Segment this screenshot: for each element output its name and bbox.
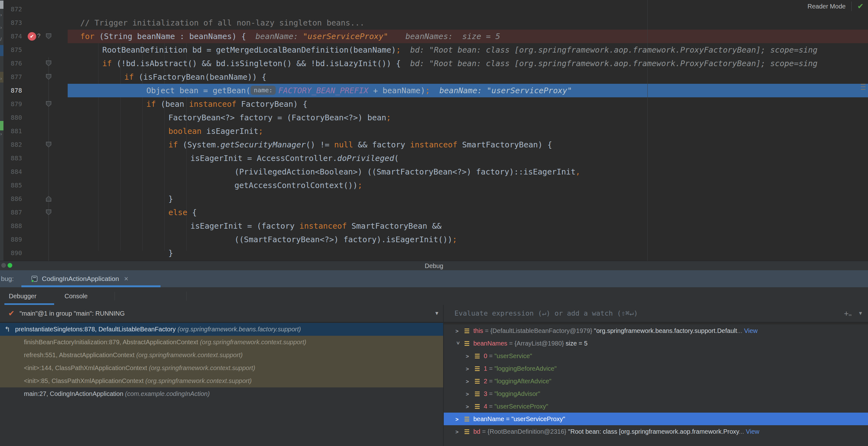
code-line-889[interactable]: 889((SmartFactoryBean<?>) factory).isEag… (0, 233, 868, 246)
breakpoint-icon[interactable]: ✔ (28, 32, 36, 41)
chevron-collapsed-icon[interactable]: > (466, 388, 471, 400)
fold-marker[interactable] (46, 209, 51, 215)
stack-frame-row[interactable]: finishBeanFactoryInitialization:879, Abs… (0, 336, 443, 349)
chevron-expanded-icon[interactable]: > (452, 341, 464, 347)
code-segment: getAccessControlContext()) (235, 181, 358, 190)
variable-icon (465, 417, 469, 421)
code-line-876[interactable]: 876if (!bd.isAbstract() && bd.isSingleto… (0, 57, 868, 70)
scrollbar-thumb[interactable] (861, 84, 866, 91)
frame-text: preInstantiateSingletons:878, DefaultLis… (15, 323, 301, 336)
fold-marker[interactable] (46, 74, 51, 80)
code-segment: ; (452, 235, 457, 244)
code-text: isEagerInit = AccessController.doPrivile… (190, 151, 399, 165)
code-text: Object bean = getBean(name:FACTORY_BEAN_… (146, 84, 572, 97)
reader-mode-widget[interactable]: Reader Mode ✔ (808, 0, 864, 12)
fold-marker[interactable] (46, 33, 51, 39)
stack-frame-row[interactable]: ↰preInstantiateSingletons:878, DefaultLi… (0, 323, 443, 336)
variable-text: = (487, 365, 494, 372)
code-editor[interactable]: 872873// Trigger initialization of all n… (0, 0, 868, 261)
code-segment: if (146, 99, 156, 109)
chevron-collapsed-icon[interactable]: > (456, 325, 460, 337)
chevron-collapsed-icon[interactable]: > (466, 363, 471, 375)
session-tab[interactable]: CodingInActionApplication × (22, 270, 160, 287)
code-segment: // Trigger initialization of all non-laz… (80, 18, 365, 27)
code-line-879[interactable]: 879if (bean instanceof FactoryBean) { (0, 97, 868, 111)
chevron-collapsed-icon[interactable]: > (456, 426, 460, 438)
code-line-886[interactable]: 886} (0, 192, 868, 206)
code-line-874[interactable]: 874✔?for (String beanName : beanNames) {… (0, 30, 868, 43)
code-segment: SmartFactoryBean) { (457, 140, 552, 149)
variable-row[interactable]: >0 = "userService" (444, 350, 868, 362)
variable-row[interactable]: >this = {DefaultListableBeanFactory@1979… (444, 324, 868, 337)
variable-row[interactable]: >bd = {RootBeanDefinition@2316} "Root be… (444, 425, 868, 438)
code-segment: doPrivileged (337, 154, 394, 163)
code-line-878[interactable]: 878Object bean = getBean(name:FACTORY_BE… (0, 84, 868, 97)
code-line-881[interactable]: 881boolean isEagerInit; (0, 124, 868, 138)
variable-text: ... (737, 327, 744, 334)
stack-frame-row[interactable]: refresh:551, AbstractApplicationContext … (0, 349, 443, 362)
variable-text: 4 (484, 403, 487, 410)
code-line-875[interactable]: 875RootBeanDefinition bd = getMergedLoca… (0, 43, 868, 57)
code-segment: ( (394, 154, 399, 163)
code-line-888[interactable]: 888isEagerInit = (factory instanceof Sma… (0, 219, 868, 233)
code-line-884[interactable]: 884(PrivilegedAction<Boolean>) ((SmartFa… (0, 165, 868, 179)
code-line-887[interactable]: 887else { (0, 206, 868, 219)
thread-dropdown-icon[interactable]: ▼ (434, 305, 439, 322)
code-text: if (isFactoryBean(beanName)) { (124, 70, 267, 84)
view-link[interactable]: View (744, 327, 757, 334)
inline-debugger-hint: bd: "Root bean: class [org.springframewo… (410, 46, 817, 55)
hint-segment: bd: "Root bean: class [org.springframewo… (410, 46, 817, 55)
divider (851, 2, 851, 11)
variable-text: 2 (484, 378, 487, 385)
reader-mode-check-icon[interactable]: ✔ (857, 2, 864, 11)
hint-segment: beanName: (255, 32, 303, 41)
stack-frame-row[interactable]: <init>:144, ClassPathXmlApplicationConte… (0, 362, 443, 375)
code-line-877[interactable]: 877if (isFactoryBean(beanName)) { (0, 70, 868, 84)
evaluate-expression-bar[interactable]: Evaluate expression (↵) or add a watch (… (444, 305, 868, 322)
code-line-873[interactable]: 873// Trigger initialization of all non-… (0, 16, 868, 30)
fold-marker[interactable] (46, 101, 51, 107)
add-watch-icon[interactable]: +∞ (844, 305, 851, 324)
chevron-collapsed-icon[interactable]: > (466, 400, 471, 413)
chevron-collapsed-icon[interactable]: > (466, 376, 471, 387)
code-segment: SmartFactoryBean && (347, 221, 441, 231)
variable-text: = (487, 353, 494, 359)
code-text: } (168, 192, 173, 206)
thread-status-row[interactable]: ✔ "main"@1 in group "main": RUNNING ▼ (0, 305, 443, 322)
variable-row[interactable]: >1 = "loggingBeforeAdvice" (444, 362, 868, 375)
stack-frame-row[interactable]: main:27, CodingInActionApplication (com.… (0, 387, 443, 400)
stack-frame-row[interactable]: <init>:85, ClassPathXmlApplicationContex… (0, 375, 443, 387)
view-link[interactable]: View (746, 428, 760, 435)
code-text: // Trigger initialization of all non-laz… (80, 16, 365, 30)
frames-list: ↰preInstantiateSingletons:878, DefaultLi… (0, 323, 443, 446)
variable-row[interactable]: >beanNames = {ArrayList@1980} size = 5 (444, 337, 868, 350)
code-line-882[interactable]: 882if (System.getSecurityManager() != nu… (0, 138, 868, 151)
fold-marker[interactable] (46, 60, 51, 66)
edge-segment (0, 45, 3, 56)
edge-mark: › (0, 25, 2, 30)
code-segment: (isFactoryBean(beanName)) { (134, 72, 266, 82)
variable-text: = (483, 327, 490, 334)
variable-row[interactable]: >3 = "loggingAdvisor" (444, 387, 868, 400)
chevron-collapsed-icon[interactable]: > (456, 413, 460, 425)
chevron-collapsed-icon[interactable]: > (466, 350, 471, 362)
session-tab-label: CodingInActionApplication (42, 275, 119, 283)
close-tab-icon[interactable]: × (124, 275, 128, 283)
fold-marker[interactable] (46, 196, 51, 202)
breakpoint-question-mark: ? (37, 32, 40, 39)
variable-row[interactable]: >2 = "loggingAfterAdvice" (444, 375, 868, 387)
code-line-885[interactable]: 885getAccessControlContext()); (0, 179, 868, 192)
variable-row[interactable]: >beanName = "userServiceProxy" (444, 413, 868, 425)
code-segment: if (102, 59, 112, 68)
tab-console[interactable]: Console (64, 287, 88, 305)
variable-row[interactable]: >4 = "userServiceProxy" (444, 400, 868, 413)
code-line-883[interactable]: 883isEagerInit = AccessController.doPriv… (0, 151, 868, 165)
code-line-880[interactable]: 880FactoryBean<?> factory = (FactoryBean… (0, 111, 868, 124)
code-line-890[interactable]: 890} (0, 246, 868, 260)
code-line-872[interactable]: 872 (0, 2, 868, 16)
code-text: ((SmartFactoryBean<?>) factory).isEagerI… (235, 233, 457, 246)
code-text: (PrivilegedAction<Boolean>) ((SmartFacto… (235, 165, 580, 179)
tab-debugger[interactable]: Debugger (9, 287, 36, 305)
fold-marker[interactable] (46, 142, 51, 147)
watch-dropdown-icon[interactable]: ▼ (858, 305, 863, 322)
